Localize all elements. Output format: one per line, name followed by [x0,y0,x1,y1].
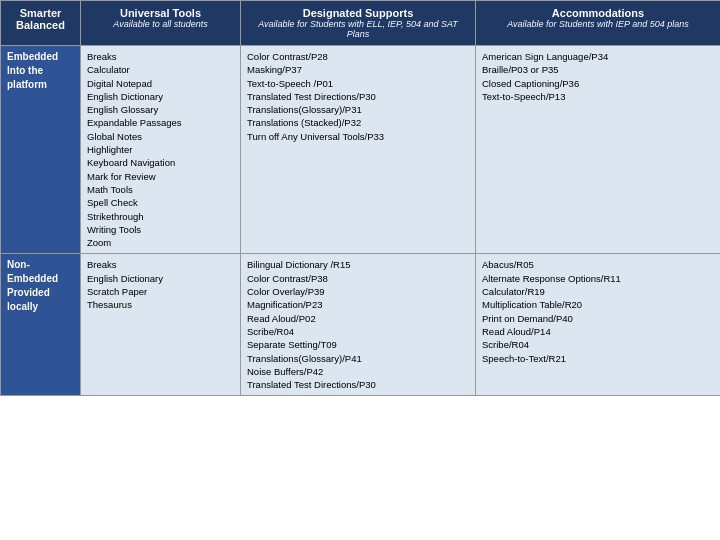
col1-header-label: Smarter Balanced [16,7,65,31]
col4-header: Accommodations Available for Students wi… [476,1,721,46]
section-col4-non-embedded: Abacus/R05 Alternate Response Options/R1… [476,254,721,396]
section-col4-embedded: American Sign Language/P34 Braille/P03 o… [476,46,721,254]
section-col3-embedded: Color Contrast/P28 Masking/P37 Text-to-S… [241,46,476,254]
section-row-non-embedded: Non- Embedded Provided locallyBreaks Eng… [1,254,721,396]
section-col2-non-embedded: Breaks English Dictionary Scratch Paper … [81,254,241,396]
col2-header-sublabel: Available to all students [87,19,234,29]
section-col2-embedded: Breaks Calculator Digital Notepad Englis… [81,46,241,254]
section-col3-non-embedded: Bilingual Dictionary /R15 Color Contrast… [241,254,476,396]
section-label-embedded: Embedded Into the platform [1,46,81,254]
col1-header: Smarter Balanced [1,1,81,46]
section-row-embedded: Embedded Into the platformBreaks Calcula… [1,46,721,254]
table-header: Smarter Balanced Universal Tools Availab… [1,1,721,46]
col2-header: Universal Tools Available to all student… [81,1,241,46]
col2-header-label: Universal Tools [120,7,201,19]
col4-header-sublabel: Available for Students with IEP and 504 … [482,19,714,29]
col3-header: Designated Supports Available for Studen… [241,1,476,46]
section-label-non-embedded: Non- Embedded Provided locally [1,254,81,396]
col3-header-sublabel: Available for Students with ELL, IEP, 50… [247,19,469,39]
col4-header-label: Accommodations [552,7,644,19]
col3-header-label: Designated Supports [303,7,414,19]
